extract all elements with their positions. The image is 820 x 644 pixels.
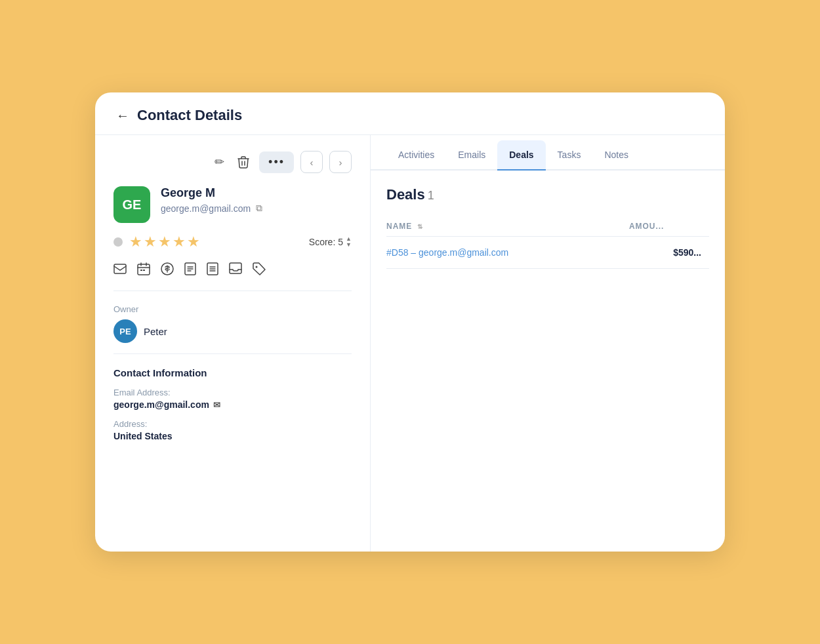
contact-row: GE George M george.m@gmail.com ⧉ xyxy=(113,186,352,223)
sort-icon-name[interactable]: ⇅ xyxy=(417,223,423,230)
deal-amount-value: $590... xyxy=(673,247,701,258)
status-dot xyxy=(113,237,123,247)
col-header-name: NAME ⇅ xyxy=(386,216,629,237)
tabs-bar: Activities Emails Deals Tasks Notes xyxy=(371,135,725,171)
svg-rect-0 xyxy=(114,264,126,273)
deals-count: 1 xyxy=(428,189,434,202)
prev-button[interactable]: ‹ xyxy=(300,151,323,173)
svg-rect-3 xyxy=(143,270,145,271)
contact-avatar: GE xyxy=(113,186,150,223)
deals-heading-text: Deals xyxy=(386,186,425,203)
copy-icon[interactable]: ⧉ xyxy=(256,203,262,214)
contact-name: George M xyxy=(161,186,352,200)
next-button[interactable]: › xyxy=(329,151,352,173)
list-action-icon[interactable] xyxy=(207,262,218,279)
address-field-value: United States xyxy=(113,431,352,441)
star-rating: ★★★★★ xyxy=(129,233,201,251)
contact-info-block: George M george.m@gmail.com ⧉ xyxy=(161,186,352,214)
score-label: Score: 5 ▲▼ xyxy=(309,236,352,248)
edit-button[interactable]: ✏ xyxy=(211,151,228,172)
owner-section: Owner PE Peter xyxy=(113,304,352,354)
contact-information-section: Contact Information Email Address: georg… xyxy=(113,367,352,441)
svg-point-8 xyxy=(256,266,258,268)
inbox-action-icon[interactable] xyxy=(229,262,242,279)
owner-label: Owner xyxy=(113,304,352,314)
page-title: Contact Details xyxy=(137,107,242,124)
svg-rect-7 xyxy=(230,263,241,273)
address-field-label: Address: xyxy=(113,419,352,429)
email-value-text: george.m@gmail.com xyxy=(113,399,209,410)
page-header: ← Contact Details xyxy=(95,92,725,135)
tab-notes[interactable]: Notes xyxy=(592,140,640,169)
score-stepper[interactable]: ▲▼ xyxy=(346,236,352,248)
right-panel: Activities Emails Deals Tasks Notes Deal… xyxy=(371,135,725,552)
col-header-amount: AMOU... xyxy=(629,216,709,237)
email-field-label: Email Address: xyxy=(113,388,352,397)
action-icons-row xyxy=(113,262,352,291)
col-amount-label: AMOU... xyxy=(629,222,664,231)
tab-deals[interactable]: Deals xyxy=(497,140,545,169)
deal-name-cell: #D58 – george.m@gmail.com xyxy=(386,237,629,269)
stars-score-row: ★★★★★ Score: 5 ▲▼ xyxy=(113,233,352,251)
contact-email: george.m@gmail.com xyxy=(161,203,251,214)
tag-action-icon[interactable] xyxy=(253,262,266,279)
left-panel: ✏ ••• ‹ › GE George M george.m@gmail.com xyxy=(95,135,371,552)
deals-table: NAME ⇅ AMOU... #D58 – george.m@gmail.com xyxy=(386,216,709,269)
tab-activities[interactable]: Activities xyxy=(386,140,446,169)
tab-tasks[interactable]: Tasks xyxy=(546,140,593,169)
col-name-label: NAME xyxy=(386,222,412,231)
back-button[interactable]: ← xyxy=(116,108,129,123)
contact-email-row: george.m@gmail.com ⧉ xyxy=(161,203,352,214)
deals-content: Deals1 NAME ⇅ AMOU... xyxy=(371,171,725,552)
owner-row: PE Peter xyxy=(113,319,352,354)
calendar-action-icon[interactable] xyxy=(137,262,150,279)
table-row: #D58 – george.m@gmail.com $590... xyxy=(386,237,709,269)
delete-button[interactable] xyxy=(234,152,253,172)
contact-details-card: ← Contact Details ✏ ••• ‹ › GE xyxy=(95,92,725,552)
email-action-icon[interactable] xyxy=(113,262,127,279)
owner-name: Peter xyxy=(144,326,167,337)
tab-emails[interactable]: Emails xyxy=(446,140,497,169)
deal-amount-cell: $590... xyxy=(629,237,709,269)
main-content: ✏ ••• ‹ › GE George M george.m@gmail.com xyxy=(95,135,725,552)
email-field-icon: ✉ xyxy=(213,400,220,410)
deal-link[interactable]: #D58 – george.m@gmail.com xyxy=(386,247,508,258)
score-value: 5 xyxy=(338,237,343,247)
contact-info-title: Contact Information xyxy=(113,367,352,378)
more-options-button[interactable]: ••• xyxy=(259,151,294,173)
dollar-action-icon[interactable] xyxy=(161,262,174,279)
email-field-value: george.m@gmail.com ✉ xyxy=(113,399,352,410)
svg-rect-2 xyxy=(140,270,142,271)
score-text: Score: xyxy=(309,237,335,247)
document-action-icon[interactable] xyxy=(184,262,196,279)
deals-heading: Deals1 xyxy=(386,186,709,203)
contact-toolbar: ✏ ••• ‹ › xyxy=(113,151,352,173)
owner-avatar: PE xyxy=(113,319,137,343)
